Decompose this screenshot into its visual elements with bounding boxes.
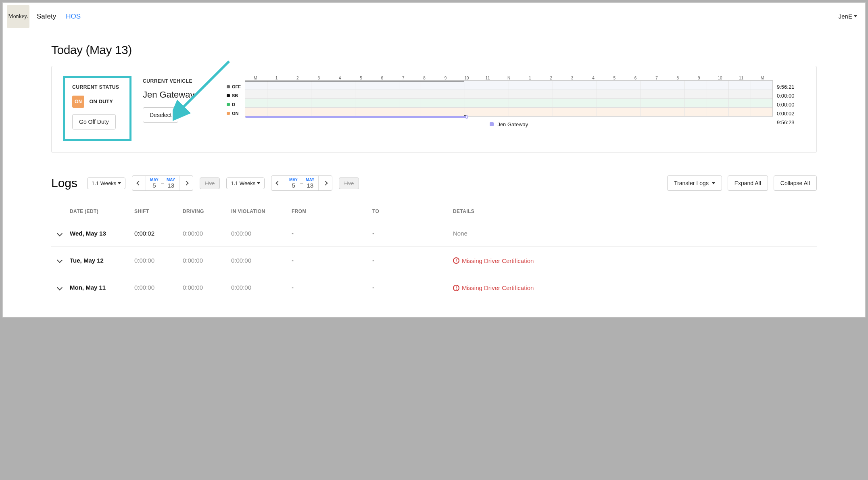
warning-icon: ! [453, 257, 459, 264]
logs-title: Logs [51, 176, 77, 190]
range-from-month-1: MAY [150, 177, 159, 182]
date-range-picker-1[interactable]: MAY 5 – MAY 13 [132, 175, 193, 191]
expand-row-icon[interactable] [57, 230, 63, 236]
table-row: Mon, May 11 0:00:00 0:00:00 0:00:00 - - … [51, 274, 817, 301]
row-label-d: D [232, 102, 235, 107]
hour-label: 11 [477, 76, 498, 80]
chevron-left-icon [137, 181, 141, 185]
hour-label: M [245, 76, 266, 80]
hour-label: 9 [689, 76, 709, 80]
chevron-right-icon [323, 181, 328, 185]
cell-from: - [292, 284, 372, 291]
hour-label: 1 [520, 76, 540, 80]
date-range-picker-2[interactable]: MAY 5 – MAY 13 [271, 175, 332, 191]
user-name: JenE [839, 13, 852, 20]
th-to: TO [372, 209, 453, 214]
cell-violation: 0:00:00 [231, 257, 292, 264]
range-next-2[interactable] [318, 176, 332, 190]
range-prev-1[interactable] [132, 176, 146, 190]
hour-label: 9 [435, 76, 456, 80]
expand-row-icon[interactable] [57, 285, 63, 290]
hour-label: 4 [583, 76, 604, 80]
hour-label: 5 [604, 76, 625, 80]
expand-all-button[interactable]: Expand All [728, 175, 768, 191]
current-vehicle-box: CURRENT VEHICLE Jen Gateway Deselect [143, 76, 215, 123]
hour-label: 5 [351, 76, 371, 80]
status-text: ON DUTY [89, 98, 113, 104]
hour-label: M [752, 76, 773, 80]
go-off-duty-button[interactable]: Go Off Duty [72, 114, 116, 129]
legend-off-icon [227, 85, 230, 88]
warning-icon: ! [453, 285, 459, 291]
time-d: 0:00:00 [777, 100, 805, 109]
hour-label: N [498, 76, 519, 80]
user-menu[interactable]: JenE [839, 13, 857, 20]
hour-label: 1 [266, 76, 287, 80]
row-label-off: OFF [232, 84, 241, 89]
time-on: 0:00:02 [777, 109, 805, 118]
cell-details: !Missing Driver Certification [453, 257, 810, 264]
hour-label: 3 [308, 76, 329, 80]
timeline-hour-labels: M1234567891011N1234567891011M [245, 76, 773, 80]
range-from-day-1: 5 [150, 182, 159, 189]
legend-d-icon [227, 103, 230, 106]
weeks-select-2[interactable]: 1.1 Weeks [226, 177, 265, 189]
transfer-logs-button[interactable]: Transfer Logs [667, 175, 722, 191]
deselect-vehicle-button[interactable]: Deselect [143, 107, 178, 123]
th-from: FROM [292, 209, 372, 214]
table-row: Wed, May 13 0:00:02 0:00:00 0:00:00 - - … [51, 220, 817, 246]
brand-logo: Monkey. [7, 5, 29, 28]
cell-to: - [372, 230, 453, 237]
cell-date: Mon, May 11 [70, 284, 134, 291]
range-to-month-2: MAY [306, 177, 314, 182]
vehicle-name: Jen Gateway [143, 90, 215, 100]
hour-label: 10 [709, 76, 730, 80]
row-label-on: ON [232, 111, 239, 116]
caret-down-icon [712, 182, 715, 184]
hour-label: 10 [456, 76, 477, 80]
collapse-all-button[interactable]: Collapse All [774, 175, 817, 191]
caret-down-icon [118, 182, 121, 184]
weeks-select-1[interactable]: 1.1 Weeks [87, 177, 125, 189]
legend-vehicle-label: Jen Gateway [497, 121, 528, 127]
cell-shift: 0:00:00 [134, 284, 183, 291]
range-to-day-2: 13 [306, 182, 314, 189]
cell-violation: 0:00:00 [231, 230, 292, 237]
live-toggle-1[interactable]: Live [200, 177, 220, 189]
chevron-right-icon [184, 181, 188, 185]
timeline-vehicle-marker [465, 115, 468, 119]
hour-label: 6 [371, 76, 392, 80]
hour-label: 3 [561, 76, 582, 80]
hour-label: 2 [287, 76, 308, 80]
cell-details: !Missing Driver Certification [453, 284, 810, 292]
cell-date: Tue, May 12 [70, 257, 134, 264]
cell-shift: 0:00:02 [134, 230, 183, 237]
cell-violation: 0:00:00 [231, 284, 292, 291]
cell-driving: 0:00:00 [183, 230, 231, 237]
expand-row-icon[interactable] [57, 257, 63, 263]
time-off: 9:56:21 [777, 82, 805, 91]
range-next-1[interactable] [179, 176, 193, 190]
nav-hos[interactable]: HOS [66, 13, 81, 21]
hour-label: 11 [730, 76, 751, 80]
cell-date: Wed, May 13 [70, 230, 134, 237]
time-total: 9:56:23 [777, 118, 805, 127]
today-card: CURRENT STATUS ON ON DUTY Go Off Duty CU… [51, 66, 817, 153]
time-sb: 0:00:00 [777, 91, 805, 100]
hour-label: 7 [646, 76, 667, 80]
range-prev-2[interactable] [271, 176, 285, 190]
status-badge: ON [72, 96, 84, 108]
range-to-day-1: 13 [167, 182, 175, 189]
page-title: Today (May 13) [51, 43, 817, 57]
live-toggle-2[interactable]: Live [339, 177, 359, 189]
nav-safety[interactable]: Safety [37, 13, 56, 21]
status-section-label: CURRENT STATUS [72, 84, 122, 90]
legend-vehicle-icon [490, 122, 494, 126]
th-driving: DRIVING [183, 209, 231, 214]
hour-label: 2 [540, 76, 561, 80]
caret-down-icon [257, 182, 260, 184]
hour-label: 7 [393, 76, 414, 80]
cell-shift: 0:00:00 [134, 257, 183, 264]
cell-from: - [292, 257, 372, 264]
th-details: DETAILS [453, 209, 810, 214]
